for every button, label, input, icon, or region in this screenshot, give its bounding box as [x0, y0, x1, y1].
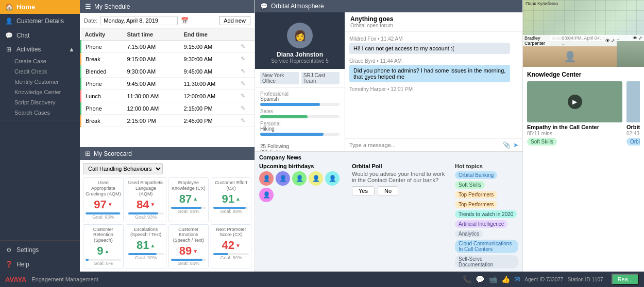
video-thumbnail[interactable]: ▶: [527, 81, 622, 122]
activity-cell: Lunch: [81, 90, 123, 102]
metric-goal: Goal: 85%: [171, 261, 207, 266]
video-tag[interactable]: Soft Skills: [527, 138, 557, 146]
office-label: New York Office: [260, 72, 299, 84]
table-row: Blended 9:30:00 AM 9:45:00 AM ✎: [81, 65, 255, 78]
metric-title: Escalations (Speech / Text): [128, 227, 164, 238]
topic-tag[interactable]: Top Performers: [455, 201, 497, 208]
topic-tag[interactable]: Soft Skills: [455, 181, 485, 189]
sidebar-credit-check[interactable]: Credit Check: [0, 66, 80, 77]
chat-input[interactable]: [349, 142, 500, 148]
play-button[interactable]: ▶: [568, 95, 582, 109]
skill3-bar-container: [260, 133, 340, 136]
video-tags: Soft Skills: [527, 138, 622, 146]
calendar-icon[interactable]: 📅: [181, 17, 189, 24]
metric-arrow-icon: ▲: [193, 196, 198, 202]
activity-cell: Phone: [81, 41, 123, 53]
edit-icon[interactable]: ✎: [241, 68, 245, 74]
forum-title: Anything goes: [350, 15, 517, 23]
edit-icon[interactable]: ✎: [241, 80, 245, 86]
sidebar-create-case[interactable]: Create Case: [0, 56, 80, 66]
sidebar-script-discovery[interactable]: Script Discovery: [0, 97, 80, 107]
date-input[interactable]: [100, 16, 178, 25]
metric-title: Used Appropriate Greetings (AQM): [86, 180, 121, 196]
sidebar-customer-details-label: Customer Details: [16, 17, 64, 25]
metric-card: Next Promoter Score (CX) 42 ▼ Goal: 50%: [211, 224, 251, 268]
sidebar-activities-section[interactable]: ⊞ Activities ▲: [0, 43, 80, 56]
phone-status-icon[interactable]: 📞: [463, 275, 471, 283]
msg-1-bubble: Hi! I can not get access to my account :…: [349, 43, 510, 54]
sidebar-knowledge-center[interactable]: Knowledge Center: [0, 87, 80, 97]
metric-title: Customer Retention (Speech): [86, 227, 121, 243]
metric-value: 42: [222, 239, 234, 252]
metric-value: 9: [97, 244, 103, 258]
poll-yes-button[interactable]: Yes: [352, 186, 375, 195]
edit-icon[interactable]: ✎: [241, 93, 245, 99]
video-status-icon[interactable]: 📹: [488, 275, 497, 283]
date-label: Date:: [84, 17, 97, 24]
sidebar-settings-label: Settings: [16, 246, 39, 254]
activities-icon: ⊞: [5, 46, 12, 53]
metric-title: Next Promoter Score (CX): [213, 227, 249, 238]
sidebar-help[interactable]: ❓ Help: [0, 257, 80, 272]
sidebar-item-chat[interactable]: 💬 Chat: [0, 28, 80, 43]
msg-3: Tomothy Harper • 12:01 PM: [349, 86, 518, 92]
eye-icon-1[interactable]: 👁: [633, 35, 637, 41]
customer-icon: 👤: [5, 17, 12, 25]
chat-area: Anything goes Orbital open forum Mildred…: [345, 12, 522, 151]
scorecard-dropdown[interactable]: Call Handling Behaviours: [83, 163, 163, 174]
video-tag[interactable]: Orbital Banking: [626, 138, 640, 146]
schedule-icon: ☰: [85, 3, 91, 10]
poll-title: Orbital Poll: [352, 163, 450, 169]
agent-skills: Professional Spanish Sales Personal: [255, 88, 345, 141]
knowledge-videos: ▶ Empathy in the Call Center 05:11 mins …: [527, 81, 640, 146]
map-label-1: Парк Кулибина: [526, 1, 558, 6]
poll-no-button[interactable]: No: [378, 186, 398, 195]
photo-overlay-2: Bradley Carpenter 03:04 PM, April 04, ..…: [523, 35, 617, 67]
sidebar-item-customer-details[interactable]: 👤 Customer Details: [0, 14, 80, 28]
metric-goal: Goal: 95%: [171, 209, 207, 214]
scorecard-icon: ⊞: [85, 150, 91, 157]
topic-tag[interactable]: Analytics: [455, 230, 483, 238]
edit-icon[interactable]: ✎: [241, 56, 245, 62]
topic-tag[interactable]: Cloud Communications In Call Centers: [455, 240, 518, 253]
metric-value: 84: [137, 198, 149, 211]
topic-tag[interactable]: Top Performers: [455, 191, 497, 199]
metric-card: Used Empathetic Language (AQM) 84 ▼ Goal…: [126, 177, 166, 222]
message-icon[interactable]: ✉: [514, 275, 520, 283]
sidebar-search-cases[interactable]: Search Cases: [0, 107, 80, 118]
topic-tag[interactable]: Self-Serve Documentation: [455, 255, 518, 268]
video-thumbnail[interactable]: ▶: [626, 81, 640, 122]
sidebar-home[interactable]: 🏠 Home: [0, 0, 80, 14]
following-count: 25 Following: [260, 144, 340, 149]
msg-1-time: 11:42 AM: [381, 36, 402, 42]
birthday-avatars: 👤 👤 👤 👤 👤 👤: [259, 171, 347, 202]
skill2-bar: [260, 115, 308, 118]
add-new-button[interactable]: Add new: [219, 16, 250, 25]
msg-2-sender: Grace Byrd: [349, 58, 376, 64]
skill1-sub: Spanish: [260, 96, 340, 102]
edit-icon[interactable]: ✎: [241, 117, 245, 123]
expand-icon-1[interactable]: ⤢: [638, 35, 642, 41]
topic-tag[interactable]: Artificial Intelligence: [455, 220, 507, 228]
send-icon[interactable]: ➤: [513, 141, 518, 149]
metric-arrow-icon: ▼: [108, 202, 113, 207]
thumbs-up-icon[interactable]: 👍: [501, 275, 510, 283]
topic-tag[interactable]: Orbital Banking: [455, 171, 497, 179]
sidebar-identify-customer[interactable]: Identify Customer: [0, 77, 80, 87]
avatar-2: 👤: [276, 171, 290, 186]
attach-icon[interactable]: 📎: [503, 141, 511, 149]
ready-button[interactable]: Rea...: [612, 274, 639, 285]
chat-status-icon[interactable]: 💬: [476, 275, 484, 283]
eye-icon-2[interactable]: 👁: [605, 38, 610, 43]
sidebar-settings[interactable]: ⚙ Settings: [0, 243, 80, 257]
edit-icon[interactable]: ✎: [241, 43, 245, 49]
expand-icon-2[interactable]: ⤢: [611, 38, 615, 43]
schedule-panel: ☰ My Schedule Date: 📅 Add new A: [80, 0, 255, 272]
chat-header: Anything goes Orbital open forum: [345, 12, 522, 32]
topic-tag[interactable]: Trends to watch in 2020: [455, 210, 517, 218]
metric-value: 81: [137, 239, 149, 252]
edit-icon[interactable]: ✎: [241, 105, 245, 111]
video-title: Orbital's Values in Action: [626, 124, 640, 130]
orbital-content: 👩 Diana Johnston Service Representative …: [255, 12, 522, 151]
agent-stats: 25 Following 235 Followers: [255, 141, 345, 151]
